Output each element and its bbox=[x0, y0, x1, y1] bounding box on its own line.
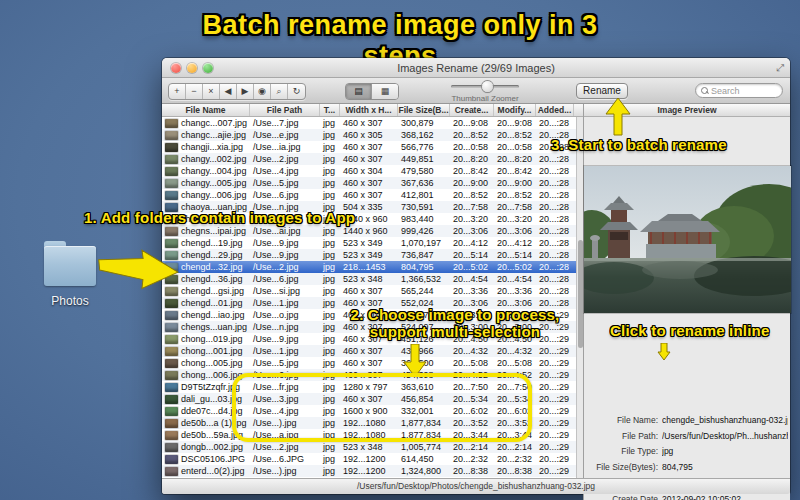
table-row[interactable]: chengd...32.jpg/Use...2.jpgjpg218...1453… bbox=[162, 261, 576, 273]
detail-label: Create Date bbox=[584, 494, 658, 500]
table-row[interactable]: changy...006.jpg/Use...6.jpgjpg460 x 307… bbox=[162, 189, 576, 201]
create-date-cell: 20...0:58 bbox=[450, 141, 494, 153]
file-name-cell: changy...004.jpg bbox=[181, 165, 246, 177]
table-row[interactable]: chegns...ipai.jpg/Use...ai.jpgjpg1440 x … bbox=[162, 225, 576, 237]
create-date-cell: 20...4:54 bbox=[450, 273, 494, 285]
fullscreen-icon[interactable]: ⤢ bbox=[776, 62, 784, 74]
table-row[interactable]: chong...005.jpg/Use...5.jpgjpg460 x 3073… bbox=[162, 357, 576, 369]
file-type-cell: jpg bbox=[320, 165, 340, 177]
detail-value[interactable]: 2012-09-02 10:05:02 bbox=[662, 494, 788, 500]
dimensions-cell: 523 x 348 bbox=[340, 273, 398, 285]
file-path-cell: /Use...o.jpg bbox=[250, 309, 320, 321]
table-row[interactable]: enterd...0(2).jpg/Use...).jpgjpg192...12… bbox=[162, 465, 576, 477]
file-size-cell: 449,851 bbox=[398, 153, 450, 165]
column-header-type[interactable]: T... bbox=[320, 104, 340, 116]
file-size-cell: 1,070,197 bbox=[398, 237, 450, 249]
detail-value[interactable]: jpg bbox=[662, 446, 788, 456]
column-header-file-path[interactable]: File Path bbox=[250, 104, 320, 116]
file-size-cell: 368,162 bbox=[398, 129, 450, 141]
file-size-cell: 1,366,532 bbox=[398, 273, 450, 285]
dimensions-cell: 460 x 307 bbox=[340, 117, 398, 129]
file-type-cell: jpg bbox=[320, 141, 340, 153]
added-date-cell: 20...:28 bbox=[536, 273, 574, 285]
annotation-step2: 2. Choose image to process, support mult… bbox=[330, 306, 580, 340]
file-path-cell: /Use...6.jpg bbox=[250, 273, 320, 285]
modify-date-cell: 20...5:14 bbox=[494, 249, 536, 261]
column-header-added[interactable]: Added... bbox=[536, 104, 574, 116]
table-row[interactable]: changji...xia.jpg/Use...ia.jpgjpg460 x 3… bbox=[162, 141, 576, 153]
column-header-create[interactable]: Create... bbox=[450, 104, 494, 116]
next-button[interactable]: ▶ bbox=[237, 84, 254, 99]
preview-button[interactable]: ◉ bbox=[254, 84, 271, 99]
added-date-cell: 20...:29 bbox=[536, 405, 574, 417]
table-row[interactable]: dongb...002.jpg/Use...2.jpgjpg523 x 3481… bbox=[162, 441, 576, 453]
table-row[interactable]: chengd...gsi.jpg/Use...si.jpgjpg460 x 30… bbox=[162, 285, 576, 297]
file-thumbnail bbox=[165, 347, 178, 356]
file-size-cell: 300,879 bbox=[398, 117, 450, 129]
delete-button[interactable]: × bbox=[203, 84, 220, 99]
annotation-step2-line1: 2. Choose image to process, bbox=[330, 306, 580, 323]
table-row[interactable]: changy...005.jpg/Use...5.jpgjpg460 x 307… bbox=[162, 177, 576, 189]
remove-button[interactable]: − bbox=[186, 84, 203, 99]
modify-date-cell: 20...4:12 bbox=[494, 237, 536, 249]
file-size-cell: 730,591 bbox=[398, 201, 450, 213]
modify-date-cell: 20...5:02 bbox=[494, 261, 536, 273]
file-path-cell: /Use...6.JPG bbox=[250, 453, 320, 465]
create-date-cell: 20...3:20 bbox=[450, 213, 494, 225]
detail-value[interactable]: chengde_bishushanzhuang-032.jpg bbox=[662, 415, 788, 425]
image-preview bbox=[584, 166, 791, 313]
zoomer-label: Thumbnail Zoomer bbox=[445, 94, 525, 103]
create-date-cell: 20...4:12 bbox=[450, 237, 494, 249]
detail-value[interactable]: /Users/fun/Desktop/Ph...hushanzhuang-032… bbox=[662, 431, 788, 441]
photos-folder-icon[interactable] bbox=[44, 246, 96, 286]
column-header-dimensions[interactable]: Width x H... bbox=[340, 104, 398, 116]
file-thumbnail bbox=[165, 383, 178, 392]
close-window-icon[interactable] bbox=[171, 63, 181, 73]
zoom-window-icon[interactable] bbox=[203, 63, 213, 73]
detail-value[interactable]: 804,795 bbox=[662, 462, 788, 472]
minimize-window-icon[interactable] bbox=[187, 63, 197, 73]
file-thumbnail bbox=[165, 323, 178, 332]
refresh-button[interactable]: ↻ bbox=[288, 84, 305, 99]
zoomer-knob[interactable] bbox=[482, 81, 493, 92]
file-name-cell: chengd...iao.jpg bbox=[181, 309, 245, 321]
step3-up-arrow bbox=[605, 98, 631, 136]
titlebar[interactable]: Images Rename (29/69 Images) ⤢ bbox=[162, 58, 790, 78]
table-row[interactable]: DSC05106.JPG/Use...6.JPGjpg192...1200614… bbox=[162, 453, 576, 465]
zoomer-track[interactable] bbox=[451, 85, 519, 88]
column-header-file-name[interactable]: File Name bbox=[162, 104, 250, 116]
table-row[interactable]: chengd...19.jpg/Use...9.jpgjpg523 x 3491… bbox=[162, 237, 576, 249]
table-row[interactable]: chong...001.jpg/Use...1.jpgjpg460 x 3074… bbox=[162, 345, 576, 357]
column-header-file-size[interactable]: File Size(B... bbox=[398, 104, 450, 116]
file-name-cell: changy...002.jpg bbox=[181, 153, 246, 165]
list-view-segment[interactable]: ▤ bbox=[346, 84, 372, 99]
dimensions-cell: 523 x 348 bbox=[340, 441, 398, 453]
search-input[interactable]: Search bbox=[695, 83, 783, 98]
table-row[interactable]: chengd...36.jpg/Use...6.jpgjpg523 x 3481… bbox=[162, 273, 576, 285]
table-row[interactable]: changy...002.jpg/Use...2.jpgjpg460 x 307… bbox=[162, 153, 576, 165]
added-date-cell: 20...:28 bbox=[536, 165, 574, 177]
grid-view-segment[interactable]: ▦ bbox=[372, 84, 398, 99]
add-button[interactable]: + bbox=[169, 84, 186, 99]
added-date-cell: 20...:29 bbox=[536, 393, 574, 405]
file-path-cell: /Use...2.jpg bbox=[250, 441, 320, 453]
file-size-cell: 412,801 bbox=[398, 189, 450, 201]
added-date-cell: 20...:28 bbox=[536, 153, 574, 165]
search-button[interactable]: ⌕ bbox=[271, 84, 288, 99]
preview-photo bbox=[584, 166, 791, 313]
table-row[interactable]: changc...007.jpg/Use...7.jpgjpg460 x 307… bbox=[162, 117, 576, 129]
rename-button[interactable]: Rename bbox=[576, 83, 628, 99]
preview-panel: Image Preview bbox=[583, 104, 790, 500]
create-date-cell: 20...8:52 bbox=[450, 189, 494, 201]
prev-button[interactable]: ◀ bbox=[220, 84, 237, 99]
added-date-cell: 20...:28 bbox=[536, 177, 574, 189]
table-scrollbar[interactable] bbox=[576, 117, 583, 478]
column-header-modify[interactable]: Modify... bbox=[494, 104, 536, 116]
table-row[interactable]: changy...004.jpg/Use...4.jpgjpg460 x 304… bbox=[162, 165, 576, 177]
file-thumbnail bbox=[165, 359, 178, 368]
file-thumbnail bbox=[165, 155, 178, 164]
file-path-cell: /Use...ai.jpg bbox=[250, 225, 320, 237]
table-row[interactable]: changc...ajie.jpg/Use...e.jpgjpg460 x 30… bbox=[162, 129, 576, 141]
detail-label: File Size(Bytes): bbox=[584, 462, 658, 472]
table-row[interactable]: chengd...29.jpg/Use...9.jpgjpg523 x 3497… bbox=[162, 249, 576, 261]
